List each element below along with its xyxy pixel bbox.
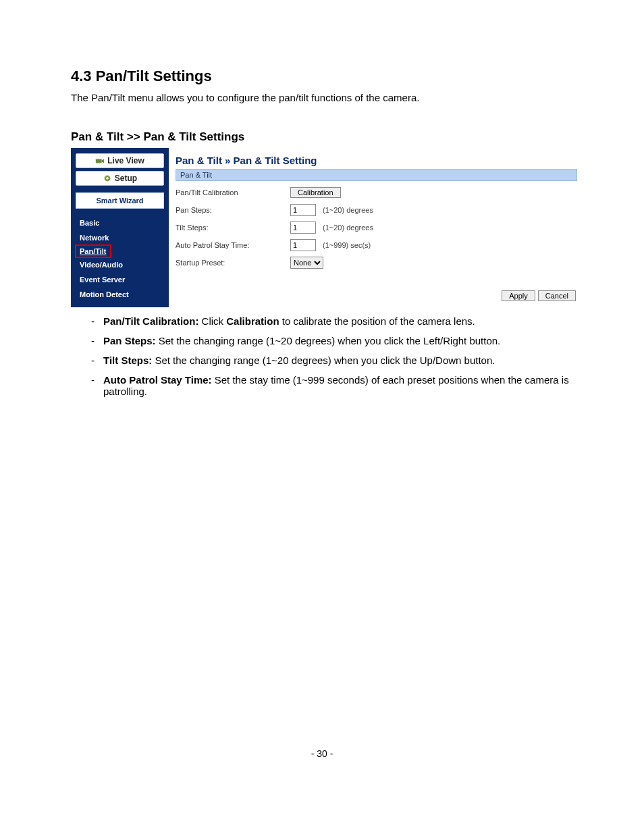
tilt-steps-input[interactable] xyxy=(290,221,316,234)
bullet-text: Click xyxy=(198,315,226,327)
bullet-item: - Pan Steps: Set the changing range (1~2… xyxy=(91,335,573,346)
bullet-list: - Pan/Tilt Calibration: Click Calibratio… xyxy=(91,315,573,397)
bullet-strong: Auto Patrol Stay Time: xyxy=(103,374,212,386)
bullet-dash: - xyxy=(91,355,103,366)
gear-icon xyxy=(103,174,112,183)
setup-tab[interactable]: Setup xyxy=(76,171,164,186)
subheading: Pan & Tilt >> Pan & Tilt Settings xyxy=(71,130,573,144)
bullet-item: - Tilt Steps: Set the changing range (1~… xyxy=(91,355,573,366)
startup-preset-label: Startup Preset: xyxy=(176,259,284,267)
auto-patrol-label: Auto Patrol Stay Time: xyxy=(176,241,284,249)
bullet-dash: - xyxy=(91,315,103,327)
pan-steps-input[interactable] xyxy=(290,204,316,216)
calibration-label: Pan/Tilt Calibration xyxy=(176,188,284,197)
bullet-item: - Auto Patrol Stay Time: Set the stay ti… xyxy=(91,374,573,397)
sidebar-item-motion-detect[interactable]: Motion Detect xyxy=(76,287,133,302)
bullet-text: Set the changing range (1~20 degrees) wh… xyxy=(152,355,495,366)
tilt-steps-label: Tilt Steps: xyxy=(176,224,284,232)
sidebar-item-network[interactable]: Network xyxy=(76,230,113,245)
sidebar: Live View Setup Smart Wizard Basic Netwo… xyxy=(71,148,169,307)
tilt-steps-hint: (1~20) degrees xyxy=(323,224,373,232)
bullet-text: Set the changing range (1~20 degrees) wh… xyxy=(156,335,501,346)
bullet-strong: Pan Steps: xyxy=(103,335,156,346)
bullet-strong: Tilt Steps: xyxy=(103,355,152,366)
section-title: 4.3 Pan/Tilt Settings xyxy=(71,68,573,85)
auto-patrol-input[interactable] xyxy=(290,239,316,251)
main-panel: Pan & Tilt » Pan & Tilt Setting Pan & Ti… xyxy=(169,148,584,307)
bullet-text2: to calibrate the position of the camera … xyxy=(279,315,475,327)
section-band: Pan & Tilt xyxy=(176,169,577,181)
calibration-button[interactable]: Calibration xyxy=(290,187,341,198)
cancel-button[interactable]: Cancel xyxy=(538,290,576,301)
section-intro: The Pan/Tilt menu allows you to configur… xyxy=(71,92,573,103)
startup-preset-select[interactable]: None xyxy=(290,257,323,269)
page-number: - 30 - xyxy=(71,748,573,786)
live-view-label: Live View xyxy=(107,156,144,165)
sidebar-item-basic[interactable]: Basic xyxy=(76,215,103,230)
settings-screenshot: Live View Setup Smart Wizard Basic Netwo… xyxy=(71,148,584,307)
sidebar-item-pantilt[interactable]: Pan/Tilt xyxy=(76,245,111,257)
bullet-strong: Pan/Tilt Calibration: xyxy=(103,315,198,327)
sidebar-item-video-audio[interactable]: Video/Audio xyxy=(76,257,127,272)
bullet-strong2: Calibration xyxy=(226,315,279,327)
auto-patrol-hint: (1~999) sec(s) xyxy=(323,241,371,249)
setup-label: Setup xyxy=(115,174,137,183)
bullet-dash: - xyxy=(91,374,103,397)
smart-wizard-button[interactable]: Smart Wizard xyxy=(76,192,164,209)
svg-rect-0 xyxy=(96,159,102,163)
apply-button[interactable]: Apply xyxy=(502,290,535,301)
breadcrumb: Pan & Tilt » Pan & Tilt Setting xyxy=(176,152,577,169)
pan-steps-hint: (1~20) degrees xyxy=(323,206,373,214)
live-view-tab[interactable]: Live View xyxy=(76,153,164,168)
svg-point-2 xyxy=(106,177,109,180)
bullet-item: - Pan/Tilt Calibration: Click Calibratio… xyxy=(91,315,573,327)
bullet-dash: - xyxy=(91,335,103,346)
sidebar-item-event-server[interactable]: Event Server xyxy=(76,272,129,287)
camera-icon xyxy=(95,156,105,165)
pan-steps-label: Pan Steps: xyxy=(176,206,284,214)
